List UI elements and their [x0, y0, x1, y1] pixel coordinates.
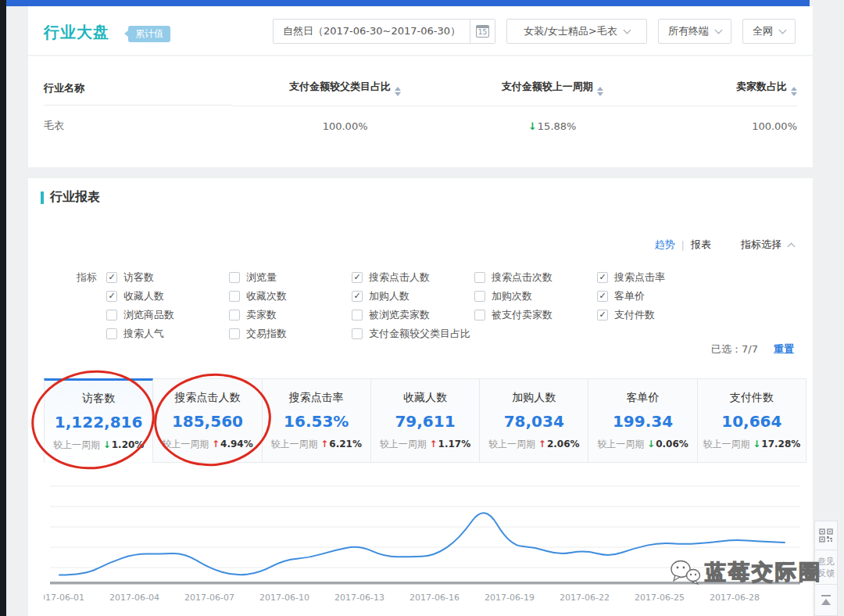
terminal-value: 所有终端	[668, 24, 709, 38]
section-accent-bar	[41, 192, 44, 204]
metric-checkbox-6[interactable]: ✓收藏人数	[106, 287, 229, 306]
sort-icon[interactable]	[791, 87, 797, 96]
cell-seller-share: 100.00%	[646, 108, 797, 145]
date-range-picker[interactable]: 自然日（2017-06-30~2017-06-30）	[273, 19, 470, 44]
metric-tab-3[interactable]: 搜索点击率16.53%较上一周期 ↑6.21%	[263, 378, 371, 463]
up-arrow-icon: ↑	[430, 439, 438, 449]
metric-checkbox-16[interactable]: 搜索人气	[106, 324, 229, 343]
sort-icon[interactable]	[395, 87, 401, 96]
up-arrow-icon: ↑	[320, 439, 328, 449]
x-axis-tick-label: 2017-06-16	[409, 593, 460, 603]
metric-checkbox-14[interactable]: 被支付卖家数	[474, 306, 597, 324]
checkbox-checked-icon: ✓	[106, 272, 117, 283]
selected-count: 已选：7/7	[711, 342, 758, 356]
checkbox-unchecked-icon	[474, 310, 485, 321]
metric-checkbox-11[interactable]: 浏览商品数	[106, 306, 229, 324]
metric-value: 185,560	[172, 412, 243, 431]
checkbox-unchecked-icon	[229, 328, 240, 339]
down-arrow-icon: ↓	[528, 120, 537, 132]
metric-value: 1,122,816	[55, 413, 143, 432]
checkbox-label: 浏览量	[246, 270, 277, 285]
metrics-label: 指标	[77, 270, 97, 285]
col-parent-share[interactable]: 支付金额较父类目占比	[232, 73, 458, 106]
chevron-down-icon	[715, 26, 723, 34]
indicator-select-toggle[interactable]: 指标选择	[741, 238, 794, 252]
qr-code-button[interactable]	[814, 521, 838, 550]
metric-title: 搜索点击率	[289, 391, 344, 405]
x-axis-tick-label: 2017-06-19	[485, 593, 535, 603]
back-to-top-button[interactable]	[814, 585, 838, 616]
up-arrow-icon: ↑	[538, 439, 546, 449]
metric-tab-6[interactable]: 客单价199.34较上一周期 ↓0.06%	[588, 378, 697, 463]
col-vs-prev-period[interactable]: 支付金额较上一周期	[458, 73, 646, 106]
page-title: 行业大盘	[44, 22, 109, 43]
top-accent-bar	[6, 0, 810, 6]
metric-checkbox-13[interactable]: 被浏览卖家数	[352, 306, 474, 324]
metric-title: 搜索点击人数	[174, 391, 240, 405]
metric-checkbox-18[interactable]: 支付金额较父类目占比	[352, 324, 474, 343]
checkbox-label: 收藏次数	[246, 289, 287, 303]
metric-tab-2[interactable]: 搜索点击人数185,560较上一周期 ↑4.94%	[153, 378, 262, 463]
checkbox-label: 卖家数	[246, 308, 277, 322]
metric-checkbox-5[interactable]: ✓搜索点击率	[597, 268, 720, 287]
calendar-button[interactable]: 15	[470, 19, 495, 44]
metric-value: 16.53%	[284, 412, 349, 431]
floating-toolbar: 意见 反馈	[814, 521, 838, 616]
metric-tab-5[interactable]: 加购人数78,034较上一周期 ↑2.06%	[480, 378, 588, 463]
down-arrow-icon: ↓	[103, 439, 111, 450]
checkbox-unchecked-icon	[106, 328, 117, 339]
sort-icon[interactable]	[597, 87, 603, 96]
metric-checkbox-7[interactable]: 收藏次数	[229, 287, 352, 306]
cell-industry-name: 毛衣	[44, 106, 232, 145]
metric-checkbox-4[interactable]: 搜索点击次数	[474, 268, 597, 287]
metric-checkbox-10[interactable]: ✓客单价	[597, 287, 720, 306]
trend-view-link[interactable]: 趋势	[655, 238, 675, 252]
metric-tab-4[interactable]: 收藏人数79,611较上一周期 ↑1.17%	[371, 378, 480, 463]
down-arrow-icon: ↓	[647, 439, 655, 449]
x-axis-tick-label: 2017-06-13	[334, 593, 384, 603]
checkbox-label: 搜索人气	[123, 327, 164, 341]
page-header: 行业大盘 累计值 自然日（2017-06-30~2017-06-30） 15 女…	[28, 6, 813, 56]
table-view-link[interactable]: 报表	[691, 238, 711, 252]
line-chart: 2017-06-012017-06-042017-06-072017-06-10…	[44, 475, 806, 610]
reset-button[interactable]: 重置	[774, 342, 794, 356]
checkbox-label: 收藏人数	[123, 289, 164, 303]
checkbox-unchecked-icon	[229, 272, 240, 283]
metric-change: 较上一周期 ↑2.06%	[488, 438, 580, 451]
metric-checkbox-12[interactable]: 卖家数	[229, 306, 352, 324]
left-edge-strip	[0, 0, 6, 616]
checkbox-unchecked-icon	[106, 310, 117, 321]
category-dropdown[interactable]: 女装/女士精品>毛衣	[506, 19, 647, 44]
date-range-text: 自然日（2017-06-30~2017-06-30）	[283, 24, 460, 38]
col-seller-share[interactable]: 卖家数占比	[646, 73, 797, 106]
metric-tab-7[interactable]: 支付件数10,664较上一周期 ↓17.28%	[698, 378, 806, 463]
metric-change: 较上一周期 ↑1.17%	[380, 438, 471, 451]
metric-value: 78,034	[504, 412, 564, 431]
section-title: 行业报表	[41, 189, 100, 206]
metric-tab-1[interactable]: 访客数1,122,816较上一周期 ↓1.20%	[44, 378, 153, 463]
checkbox-checked-icon: ✓	[597, 272, 608, 283]
metric-checkbox-17[interactable]: 交易指数	[229, 324, 352, 343]
metric-change: 较上一周期 ↓17.28%	[703, 438, 800, 451]
checkbox-label: 搜索点击次数	[492, 270, 553, 285]
checkbox-label: 支付金额较父类目占比	[369, 327, 470, 341]
metric-checkbox-9[interactable]: 加购次数	[474, 287, 597, 306]
scope-dropdown[interactable]: 全网	[742, 19, 796, 44]
x-axis-tick-label: 2017-06-28	[710, 593, 760, 603]
checkbox-label: 被浏览卖家数	[369, 308, 430, 322]
view-controls: 趋势 | 报表 指标选择	[655, 238, 794, 252]
metric-checkbox-8[interactable]: ✓加购人数	[352, 287, 474, 306]
metric-checkbox-1[interactable]: ✓访客数	[106, 268, 229, 287]
metric-checkbox-2[interactable]: 浏览量	[229, 268, 352, 287]
cell-vs-prev-period: ↓15.88%	[458, 108, 646, 145]
checkbox-label: 浏览商品数	[123, 308, 174, 322]
feedback-button[interactable]: 意见 反馈	[814, 550, 838, 585]
checkbox-label: 访客数	[123, 270, 154, 285]
checkbox-unchecked-icon	[229, 310, 240, 321]
category-value: 女装/女士精品>毛衣	[524, 24, 617, 38]
metric-change: 较上一周期 ↑6.21%	[270, 438, 362, 451]
metric-checkbox-15[interactable]: ✓支付件数	[597, 306, 720, 324]
terminal-dropdown[interactable]: 所有终端	[658, 19, 731, 44]
metric-change: 较上一周期 ↓1.20%	[53, 439, 145, 452]
metric-checkbox-3[interactable]: ✓搜索点击人数	[352, 268, 474, 287]
